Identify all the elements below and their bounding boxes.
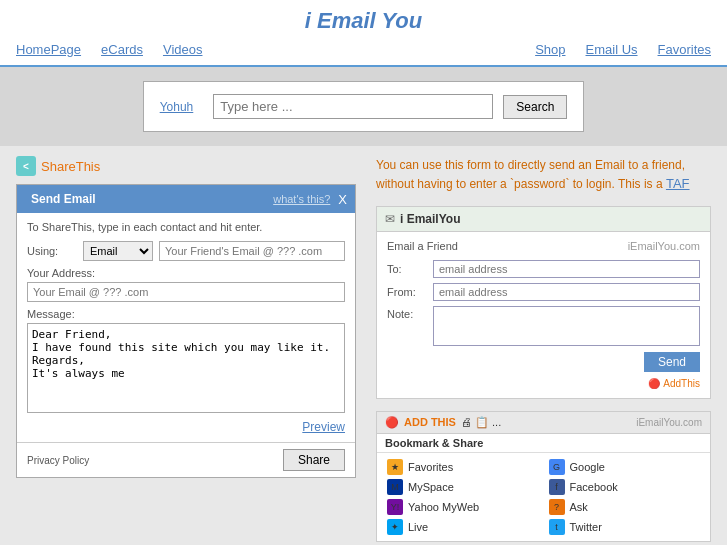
share-this-label: ShareThis (41, 159, 100, 174)
bookmark-item-label: Yahoo MyWeb (408, 501, 479, 513)
send-email-box: Send Email what's this? X To ShareThis, … (16, 184, 356, 478)
send-btn-row: Send (387, 352, 700, 372)
search-button[interactable]: Search (503, 95, 567, 119)
bookmark-item[interactable]: ?Ask (549, 499, 701, 515)
bookmark-item-icon: ✦ (387, 519, 403, 535)
from-row: From: (387, 283, 700, 301)
nav-homepage[interactable]: HomePage (16, 42, 81, 57)
addthis-row: 🔴 AddThis (387, 376, 700, 390)
bookmark-body: ★FavoritesGGoogleMMySpacefFacebookY!Yaho… (377, 453, 710, 541)
bookmark-item-icon: ? (549, 499, 565, 515)
email-form-body: Email a Friend iEmailYou.com To: From: N… (377, 232, 710, 398)
message-textarea[interactable]: Dear Friend, I have found this site whic… (27, 323, 345, 413)
bookmark-subtitle: Bookmark & Share (377, 434, 710, 453)
yohuh-link[interactable]: Yohuh (160, 100, 194, 114)
bookmark-addthis-label: ADD THIS (404, 416, 456, 428)
bookmark-brand: iEmailYou.com (636, 417, 702, 428)
bookmark-item[interactable]: MMySpace (387, 479, 539, 495)
nav-shop[interactable]: Shop (535, 42, 565, 57)
addthis-orange-icon: 🔴 (385, 416, 399, 429)
bookmark-item-icon: Y! (387, 499, 403, 515)
to-email-input[interactable] (433, 260, 700, 278)
send-email-header: Send Email what's this? X (17, 185, 355, 213)
using-row: Using: Email (27, 241, 345, 261)
send-email-button[interactable]: Send (644, 352, 700, 372)
send-email-tab: Send Email (25, 190, 102, 208)
bookmark-item-icon: ★ (387, 459, 403, 475)
share-button[interactable]: Share (283, 449, 345, 471)
send-email-header-right: what's this? X (273, 192, 347, 207)
taf-link[interactable]: TAF (666, 176, 690, 191)
address-label: Your Address: (27, 267, 345, 279)
email-form-title: i EmailYou (400, 212, 460, 226)
note-textarea[interactable] (433, 306, 700, 346)
bookmark-item-label: Twitter (570, 521, 602, 533)
right-panel: You can use this form to directly send a… (376, 156, 711, 542)
bookmark-icons: 🖨 📋 ... (461, 416, 501, 429)
close-icon[interactable]: X (338, 192, 347, 207)
address-input[interactable] (27, 282, 345, 302)
nav-ecards[interactable]: eCards (101, 42, 143, 57)
left-panel: < ShareThis Send Email what's this? X To… (16, 156, 356, 542)
nav-left: HomePage eCards Videos (16, 42, 202, 57)
bookmark-item-icon: t (549, 519, 565, 535)
share-this-link[interactable]: < ShareThis (16, 156, 356, 176)
bookmark-item-icon: G (549, 459, 565, 475)
send-email-instruction: To ShareThis, type in each contact and h… (27, 221, 345, 233)
whats-this-link[interactable]: what's this? (273, 193, 330, 205)
bookmark-item-icon: f (549, 479, 565, 495)
bookmark-item-label: Live (408, 521, 428, 533)
nav-videos[interactable]: Videos (163, 42, 203, 57)
from-field-label: From: (387, 286, 427, 298)
to-field-label: To: (387, 263, 427, 275)
to-row: To: (387, 260, 700, 278)
email-a-friend-text: Email a Friend (387, 240, 458, 252)
bookmark-item[interactable]: ✦Live (387, 519, 539, 535)
bookmark-header: 🔴 ADD THIS 🖨 📋 ... iEmailYou.com (377, 412, 710, 434)
addthis-small-icon: 🔴 (648, 378, 660, 389)
bookmark-item[interactable]: GGoogle (549, 459, 701, 475)
share-this-icon: < (16, 156, 36, 176)
iemail-brand: iEmailYou.com (628, 240, 700, 252)
nav-bar: HomePage eCards Videos Shop Email Us Fav… (0, 38, 727, 61)
site-title: i Email You (0, 8, 727, 34)
message-label: Message: (27, 308, 345, 320)
note-label: Note: (387, 306, 427, 320)
privacy-policy-link[interactable]: Privacy Policy (27, 455, 89, 466)
bookmark-item[interactable]: Y!Yahoo MyWeb (387, 499, 539, 515)
bookmark-item-label: Ask (570, 501, 588, 513)
bookmark-item-label: Facebook (570, 481, 618, 493)
note-row: Note: (387, 306, 700, 346)
bookmark-title-area: 🔴 ADD THIS 🖨 📋 ... (385, 416, 501, 429)
nav-right: Shop Email Us Favorites (535, 42, 711, 57)
bookmark-item-label: Google (570, 461, 605, 473)
search-box: Yohuh Search (143, 81, 585, 132)
bookmark-item[interactable]: tTwitter (549, 519, 701, 535)
envelope-icon: ✉ (385, 212, 395, 226)
nav-email-us[interactable]: Email Us (586, 42, 638, 57)
nav-favorites[interactable]: Favorites (658, 42, 711, 57)
to-input[interactable] (159, 241, 345, 261)
email-form-box: ✉ i EmailYou Email a Friend iEmailYou.co… (376, 206, 711, 399)
bookmark-item-icon: M (387, 479, 403, 495)
search-input[interactable] (213, 94, 493, 119)
bookmark-item-label: MySpace (408, 481, 454, 493)
header: i Email You HomePage eCards Videos Shop … (0, 0, 727, 67)
from-email-input[interactable] (433, 283, 700, 301)
bookmark-box: 🔴 ADD THIS 🖨 📋 ... iEmailYou.com Bookmar… (376, 411, 711, 542)
email-a-friend-row: Email a Friend iEmailYou.com (387, 240, 700, 252)
bookmark-item-label: Favorites (408, 461, 453, 473)
bookmark-item[interactable]: fFacebook (549, 479, 701, 495)
email-form-header: ✉ i EmailYou (377, 207, 710, 232)
addthis-small-label: AddThis (663, 378, 700, 389)
preview-link[interactable]: Preview (27, 420, 345, 434)
info-text: You can use this form to directly send a… (376, 156, 711, 194)
bookmark-item[interactable]: ★Favorites (387, 459, 539, 475)
using-label: Using: (27, 245, 77, 257)
send-email-body: To ShareThis, type in each contact and h… (17, 213, 355, 442)
main-content: < ShareThis Send Email what's this? X To… (0, 146, 727, 545)
search-area: Yohuh Search (0, 67, 727, 146)
info-text-content: You can use this form to directly send a… (376, 158, 685, 191)
using-select[interactable]: Email (83, 241, 153, 261)
send-email-footer: Privacy Policy Share (17, 442, 355, 477)
